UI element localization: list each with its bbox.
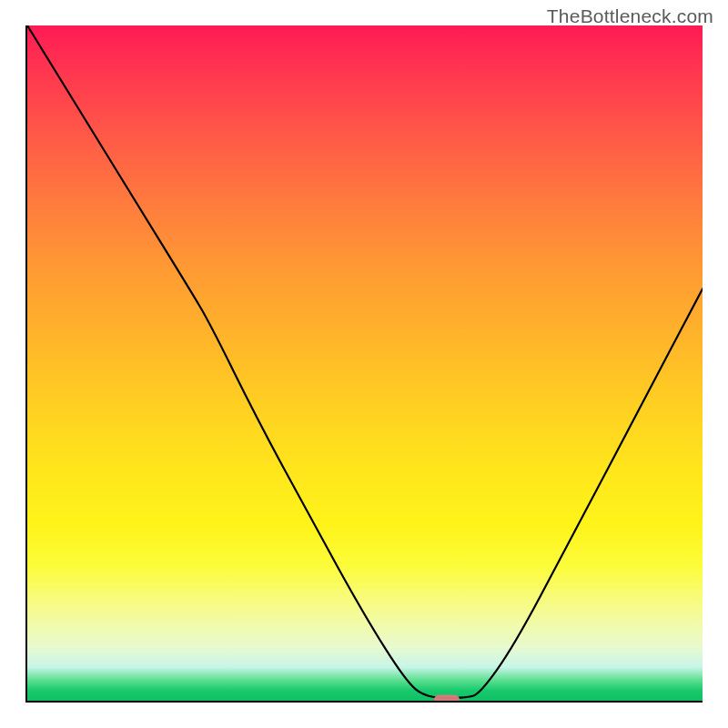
optimal-point-marker: [434, 695, 460, 703]
bottleneck-curve: [27, 25, 703, 701]
watermark-text: TheBottleneck.com: [547, 5, 713, 27]
chart-container: TheBottleneck.com: [0, 0, 728, 728]
plot-area: [25, 25, 703, 703]
